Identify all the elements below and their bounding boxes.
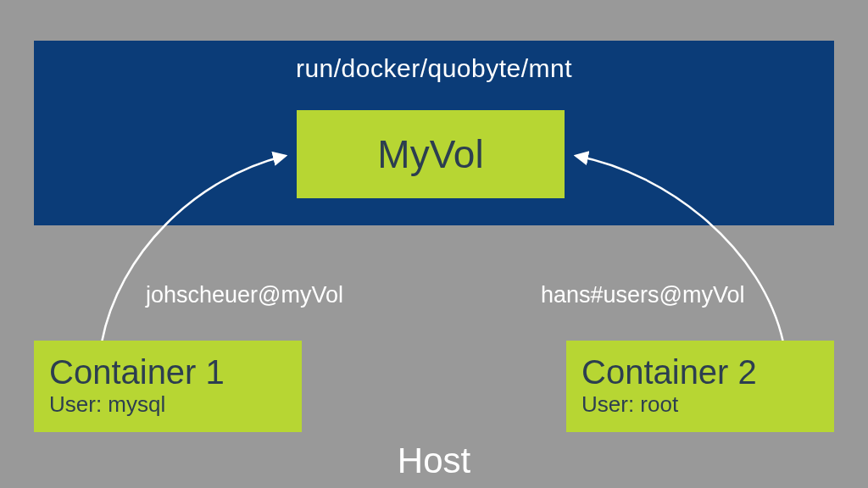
volume-label: MyVol <box>377 131 483 177</box>
edge-right-label: hans#users@myVol <box>541 282 745 308</box>
container-2-title: Container 2 <box>581 354 819 390</box>
edge-left-label: johscheuer@myVol <box>146 282 343 308</box>
mount-path-label: run/docker/quobyte/mnt <box>0 54 868 83</box>
container-1-box: Container 1 User: mysql <box>34 341 302 432</box>
host-label: Host <box>0 441 868 481</box>
container-1-title: Container 1 <box>49 354 287 390</box>
volume-box: MyVol <box>297 110 565 198</box>
container-1-user: User: mysql <box>49 391 287 418</box>
container-2-user: User: root <box>581 391 819 418</box>
container-2-box: Container 2 User: root <box>566 341 834 432</box>
